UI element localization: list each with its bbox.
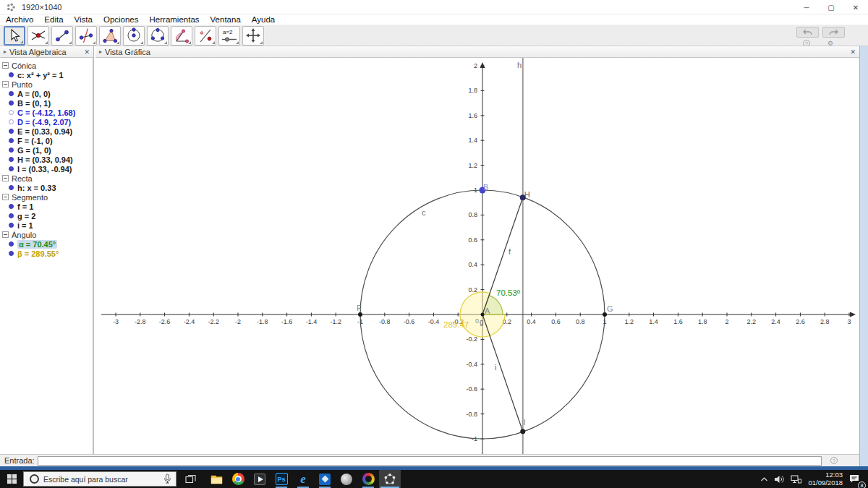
algebra-item[interactable]: F = (-1, 0): [0, 136, 93, 145]
command-input[interactable]: [38, 456, 822, 466]
task-view-button[interactable]: [179, 470, 201, 488]
visible-object-dot-icon[interactable]: [9, 72, 14, 77]
algebra-group[interactable]: Punto: [0, 80, 93, 89]
tool-point[interactable]: [27, 26, 49, 46]
algebra-item[interactable]: i = 1: [0, 221, 93, 230]
microphone-icon[interactable]: [163, 474, 171, 484]
tool-move[interactable]: [4, 26, 25, 46]
collapse-minus-icon[interactable]: [2, 231, 9, 238]
visible-object-dot-icon[interactable]: [9, 241, 14, 247]
hidden-object-dot-icon[interactable]: [9, 119, 14, 124]
minimize-button[interactable]: ─: [794, 0, 819, 14]
point-I[interactable]: [520, 429, 525, 434]
algebra-view[interactable]: Cónicac: x² + y² = 1PuntoA = (0, 0)B = (…: [0, 58, 94, 454]
tool-dropdown-icon[interactable]: [188, 41, 191, 44]
tool-dropdown-icon[interactable]: [260, 41, 263, 44]
menu-vista[interactable]: Vista: [75, 15, 93, 24]
tool-angle[interactable]: [171, 26, 192, 46]
graphics-view[interactable]: -3-2.8-2.6-2.4-2.2-2-1.8-1.6-1.4-1.2-1-0…: [95, 58, 859, 454]
hidden-object-dot-icon[interactable]: [9, 110, 14, 115]
menu-ayuda[interactable]: Ayuda: [252, 15, 275, 24]
algebra-item[interactable]: B = (0, 1): [0, 98, 93, 108]
algebra-item[interactable]: f = 1: [0, 202, 93, 211]
algebra-item[interactable]: G = (1, 0): [0, 145, 93, 155]
point-A[interactable]: [481, 313, 485, 317]
algebra-item[interactable]: H = (0.33, 0.94): [0, 155, 93, 164]
collapse-minus-icon[interactable]: [2, 175, 9, 181]
menu-opciones[interactable]: Opciones: [103, 15, 139, 24]
speaker-icon[interactable]: [771, 470, 788, 488]
visible-object-dot-icon[interactable]: [9, 213, 14, 218]
visible-object-dot-icon[interactable]: [9, 204, 14, 209]
tool-move-graphics-view[interactable]: [242, 26, 264, 46]
algebra-close-icon[interactable]: ✕: [84, 48, 90, 56]
visible-object-dot-icon[interactable]: [9, 138, 14, 143]
algebra-group[interactable]: Segmento: [0, 192, 93, 202]
visible-object-dot-icon[interactable]: [9, 100, 14, 106]
visible-object-dot-icon[interactable]: [9, 223, 14, 228]
menu-archivo[interactable]: Archivo: [6, 15, 33, 24]
algebra-item[interactable]: β = 289.55°: [0, 249, 93, 258]
algebra-group[interactable]: Ángulo: [0, 230, 93, 239]
algebra-item[interactable]: A = (0, 0): [0, 89, 93, 98]
visible-object-dot-icon[interactable]: [9, 147, 14, 153]
taskbar-app-blue-app[interactable]: [314, 470, 336, 488]
collapse-minus-icon[interactable]: [2, 62, 9, 69]
tool-slider[interactable]: a=2: [218, 26, 240, 46]
algebra-item[interactable]: α = 70.45°: [0, 239, 93, 249]
tool-dropdown-icon[interactable]: [20, 40, 23, 43]
menu-edita[interactable]: Edita: [44, 15, 63, 24]
input-help-icon[interactable]: ?: [830, 457, 838, 464]
tool-dropdown-icon[interactable]: [212, 41, 215, 44]
tool-polygon[interactable]: [99, 26, 121, 46]
algebra-item[interactable]: h: x = 0.33: [0, 183, 93, 192]
visible-object-dot-icon[interactable]: [9, 91, 14, 96]
undo-button[interactable]: [796, 27, 819, 38]
tool-dropdown-icon[interactable]: [236, 41, 239, 44]
taskbar-app-geogebra[interactable]: [379, 470, 401, 488]
tool-dropdown-icon[interactable]: [164, 41, 167, 44]
taskbar-app-chrome[interactable]: [227, 470, 249, 488]
taskbar-app-file-explorer[interactable]: [205, 470, 227, 488]
close-button[interactable]: ✕: [843, 0, 868, 14]
algebra-item[interactable]: E = (0.33, 0.94): [0, 127, 93, 136]
tool-circle-center-point[interactable]: [123, 26, 145, 46]
tray-chevron-icon[interactable]: [757, 470, 771, 488]
visible-object-dot-icon[interactable]: [9, 185, 14, 190]
algebra-item[interactable]: g = 2: [0, 211, 93, 221]
visible-object-dot-icon[interactable]: [9, 166, 14, 171]
taskbar-app-internet-explorer[interactable]: e: [292, 470, 314, 488]
algebra-group[interactable]: Recta: [0, 174, 93, 183]
menu-herramientas[interactable]: Herramientas: [150, 15, 200, 24]
taskbar-app-media-app[interactable]: [357, 470, 379, 488]
tool-conic-through-points[interactable]: [147, 26, 169, 46]
collapse-minus-icon[interactable]: [2, 81, 9, 87]
visible-object-dot-icon[interactable]: [9, 157, 14, 162]
algebra-item[interactable]: D = (-4.9, 2.07): [0, 117, 93, 127]
tool-dropdown-icon[interactable]: [116, 41, 119, 44]
visible-object-dot-icon[interactable]: [9, 129, 14, 134]
tool-dropdown-icon[interactable]: [69, 41, 72, 44]
maximize-button[interactable]: ▢: [819, 0, 843, 14]
algebra-item[interactable]: c: x² + y² = 1: [0, 70, 93, 80]
collapse-triangle-icon[interactable]: ▸: [99, 48, 102, 55]
point-F[interactable]: [358, 312, 362, 317]
graphics-canvas[interactable]: -3-2.8-2.6-2.4-2.2-2-1.8-1.6-1.4-1.2-1-0…: [95, 58, 859, 454]
segment-i[interactable]: [482, 314, 523, 432]
collapse-triangle-icon[interactable]: ▸: [4, 48, 7, 55]
tool-reflect-about-line[interactable]: [195, 26, 216, 46]
tool-dropdown-icon[interactable]: [93, 41, 95, 44]
tool-dropdown-icon[interactable]: [140, 41, 143, 44]
algebra-item[interactable]: C = (-4.12, 1.68): [0, 108, 93, 117]
collapse-minus-icon[interactable]: [2, 194, 9, 200]
taskbar-app-photoshop[interactable]: Ps: [271, 470, 292, 488]
algebra-group[interactable]: Cónica: [0, 61, 93, 70]
redo-button[interactable]: [822, 27, 845, 38]
menu-ventana[interactable]: Ventana: [210, 15, 241, 24]
tool-perpendicular-line[interactable]: [75, 26, 97, 46]
taskbar-app-media-player[interactable]: [249, 470, 271, 488]
taskbar-search-input[interactable]: Escribe aquí para buscar: [23, 471, 176, 487]
algebra-item[interactable]: I = (0.33, -0.94): [0, 164, 93, 174]
visible-object-dot-icon[interactable]: [9, 251, 14, 256]
graphics-close-icon[interactable]: ✕: [850, 48, 856, 56]
